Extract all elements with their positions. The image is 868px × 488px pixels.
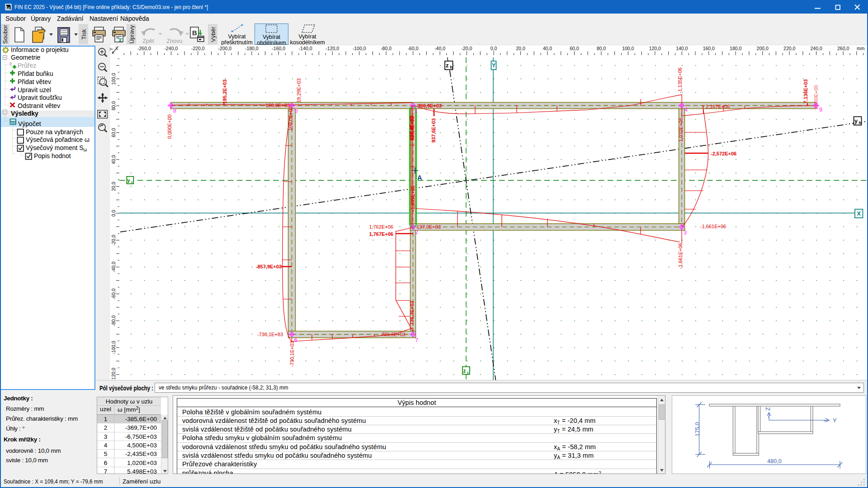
svg-text:8: 8 — [173, 108, 176, 114]
svg-text:-20,0: -20,0 — [111, 235, 116, 245]
svg-text:-220,0: -220,0 — [191, 46, 205, 51]
svg-text:-200,0: -200,0 — [218, 46, 231, 51]
svg-text:Popis hodnot: Popis hodnot — [34, 152, 71, 160]
svg-text:60,0: 60,0 — [570, 46, 579, 51]
svg-text:-80,0: -80,0 — [381, 46, 392, 51]
svg-text:220,0: 220,0 — [783, 46, 795, 51]
svg-text:5: 5 — [295, 108, 298, 114]
svg-text:-80,0: -80,0 — [111, 315, 116, 326]
svg-text:240,0: 240,0 — [810, 46, 822, 51]
svg-text:100,0: 100,0 — [622, 46, 634, 51]
svg-text:Y: Y — [109, 47, 114, 51]
svg-text:t: t — [467, 371, 469, 375]
svg-text:-120,0: -120,0 — [111, 368, 116, 381]
svg-text:-60,0: -60,0 — [111, 288, 116, 299]
svg-text:-1,661E+06: -1,661E+06 — [678, 243, 683, 269]
svg-text:-1,899E+06: -1,899E+06 — [410, 185, 415, 211]
svg-text:Průřez: Průřez — [18, 62, 36, 69]
svg-text:z: z — [463, 368, 466, 374]
svg-text:Výsledky: Výsledky — [11, 110, 38, 117]
svg-text:736,3E+03: 736,3E+03 — [409, 301, 415, 325]
svg-text:1,762E+06: 1,762E+06 — [369, 224, 393, 230]
svg-text:A: A — [417, 174, 422, 181]
svg-text:9: 9 — [819, 107, 822, 113]
svg-text:X: X — [857, 210, 861, 217]
svg-text:Upravit tloušťku: Upravit tloušťku — [18, 94, 62, 101]
svg-text:4: 4 — [684, 107, 688, 113]
svg-text:306,9E+03: 306,9E+03 — [418, 103, 442, 108]
svg-text:6: 6 — [294, 337, 297, 343]
svg-text:109,0E+03: 109,0E+03 — [288, 106, 293, 131]
svg-text:-180,0: -180,0 — [245, 46, 259, 51]
svg-text:-100,0: -100,0 — [111, 341, 116, 354]
svg-text:80,0: 80,0 — [597, 46, 606, 51]
svg-text:-730,1E+03: -730,1E+03 — [289, 341, 295, 367]
svg-text:175,0: 175,0 — [694, 422, 701, 436]
svg-text:140,0: 140,0 — [676, 46, 688, 51]
svg-text:3: 3 — [684, 230, 687, 236]
svg-text:-140,0: -140,0 — [299, 46, 312, 51]
svg-text:2,167E+06: 2,167E+06 — [706, 104, 730, 109]
svg-text:Výpočet: Výpočet — [18, 120, 41, 127]
svg-text:635,4E+03: 635,4E+03 — [410, 116, 415, 141]
svg-text:-240,0: -240,0 — [165, 46, 178, 51]
svg-text:Y: Y — [833, 417, 837, 424]
svg-text:h: h — [450, 65, 453, 70]
svg-text:19,29E+03: 19,29E+03 — [296, 78, 302, 103]
svg-text:Přidat buňku: Přidat buňku — [18, 70, 53, 77]
svg-text:t: t — [131, 180, 132, 184]
svg-text:137,0E+03: 137,0E+03 — [417, 224, 441, 230]
svg-text:7,136E+03: 7,136E+03 — [803, 79, 808, 103]
svg-text:z: z — [446, 62, 449, 69]
svg-text:X: X — [115, 46, 118, 51]
svg-text:1: 1 — [415, 108, 418, 114]
svg-text:Výsečový moment Sω: Výsečový moment Sω — [26, 144, 87, 152]
svg-text:195,2E+03: 195,2E+03 — [222, 80, 227, 104]
svg-text:-1,135E+06: -1,135E+06 — [677, 67, 683, 93]
svg-text:160,0: 160,0 — [703, 46, 715, 51]
svg-text:40,0: 40,0 — [111, 155, 116, 164]
svg-text:Odstranit větev: Odstranit větev — [18, 102, 60, 109]
svg-text:0,000E+00: 0,000E+00 — [167, 114, 172, 139]
svg-text:Z: Z — [765, 407, 771, 411]
svg-text:Informace o projektu: Informace o projektu — [11, 47, 69, 53]
svg-text:20,0: 20,0 — [111, 182, 116, 191]
svg-text:100,0: 100,0 — [111, 73, 116, 84]
svg-text:B: B — [192, 29, 197, 37]
svg-text:Pouze na vybraných: Pouze na vybraných — [26, 128, 83, 136]
svg-text:Výsečová pořadnice ω: Výsečová pořadnice ω — [26, 136, 90, 143]
svg-text:736,3E+03: 736,3E+03 — [381, 332, 406, 337]
svg-text:120,0: 120,0 — [649, 46, 661, 51]
svg-text:-120,0: -120,0 — [326, 46, 339, 51]
svg-text:937,6E+03: 937,6E+03 — [431, 118, 436, 143]
svg-text:128,3E+03: 128,3E+03 — [265, 103, 290, 108]
svg-text:1,767E+06: 1,767E+06 — [369, 231, 393, 237]
svg-text:-1,661E+06: -1,661E+06 — [700, 224, 726, 229]
svg-text:-160,0: -160,0 — [272, 46, 285, 51]
svg-text:-857,9E+03: -857,9E+03 — [256, 264, 282, 269]
svg-text:-40,0: -40,0 — [111, 262, 116, 272]
svg-text:-730,1E+03: -730,1E+03 — [257, 332, 283, 337]
svg-text:480,0: 480,0 — [767, 458, 781, 465]
svg-text:40,0: 40,0 — [543, 46, 552, 51]
svg-text:-60,0: -60,0 — [408, 46, 419, 51]
svg-text:Geometrie: Geometrie — [11, 54, 41, 61]
svg-text:2: 2 — [415, 229, 418, 235]
svg-text:-100,0: -100,0 — [353, 46, 366, 51]
svg-text:80,0: 80,0 — [111, 101, 116, 111]
svg-text:-20,0: -20,0 — [462, 46, 472, 51]
svg-text:Y: Y — [492, 62, 496, 69]
svg-text:20,0: 20,0 — [516, 46, 525, 51]
svg-text:180,0: 180,0 — [730, 46, 741, 51]
svg-text:Upravit uzel: Upravit uzel — [18, 86, 51, 94]
svg-text:7: 7 — [415, 337, 418, 343]
svg-text:-2,572E+06: -2,572E+06 — [711, 151, 736, 156]
svg-text:260,0: 260,0 — [837, 46, 849, 51]
svg-text:y: y — [127, 178, 130, 183]
svg-text:60,0: 60,0 — [111, 128, 116, 137]
svg-text:0,0: 0,0 — [491, 46, 497, 51]
svg-text:mm: mm — [857, 46, 865, 51]
svg-text:200,0: 200,0 — [757, 46, 769, 51]
svg-text:-260,0: -260,0 — [137, 46, 151, 51]
svg-text:1,032E+06: 1,032E+06 — [678, 117, 684, 142]
